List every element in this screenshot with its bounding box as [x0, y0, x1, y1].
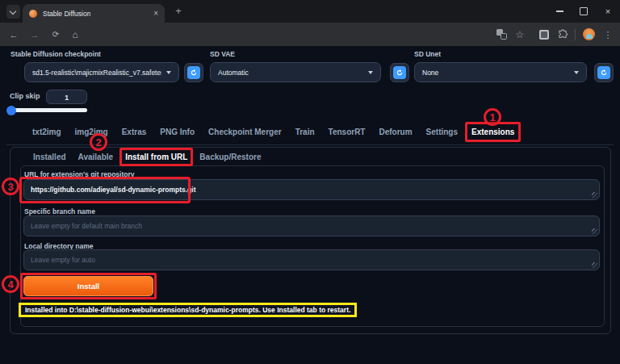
tab-tensorrt[interactable]: TensorRT	[329, 126, 366, 138]
extensions-puzzle-icon[interactable]	[557, 29, 568, 40]
tab-train[interactable]: Train	[295, 126, 315, 138]
maximize-button[interactable]	[572, 0, 596, 23]
tab-extensions-label: Extensions	[471, 128, 514, 136]
install-button[interactable]: Install	[23, 276, 153, 296]
tab-close-icon[interactable]: ×	[153, 10, 158, 18]
checkpoint-label: Stable Diffusion checkpoint	[10, 50, 101, 58]
chevron-down-icon	[574, 71, 579, 74]
refresh-icon	[393, 66, 406, 79]
install-from-url-form: URL for extension's git repository https…	[20, 165, 605, 327]
url-input[interactable]: https://github.com/adieyal/sd-dynamic-pr…	[23, 179, 600, 200]
branch-input-placeholder: Leave empty for default main branch	[31, 222, 142, 230]
extensions-panel: Installed Available Install from URL Bac…	[10, 147, 611, 334]
unet-value: None	[422, 69, 569, 77]
browser-toolbar: ← → ⟳ ⌂ 127.0.0.1:7860 ☆ ⋮	[0, 23, 620, 46]
chevron-down-icon	[166, 71, 171, 74]
tab-png-info[interactable]: PNG Info	[160, 126, 195, 138]
tab-txt2img[interactable]: txt2img	[32, 126, 61, 138]
close-icon: ×	[605, 7, 610, 16]
url-input-value: https://github.com/adieyal/sd-dynamic-pr…	[31, 186, 196, 194]
tab-install-from-url-label: Install from URL	[125, 153, 187, 161]
home-button[interactable]: ⌂	[68, 27, 82, 42]
minimize-button[interactable]	[547, 0, 572, 23]
tab-checkpoint-merger[interactable]: Checkpoint Merger	[208, 126, 282, 138]
checkpoint-value: sd1.5-realistic\majicmixRealistic_v7.saf…	[32, 69, 161, 77]
reload-button[interactable]: ⟳	[48, 27, 63, 42]
unet-refresh-button[interactable]	[594, 63, 614, 82]
resize-handle-icon[interactable]	[592, 262, 597, 268]
branch-field-label: Specific branch name	[24, 207, 95, 215]
webui-page: Stable Diffusion checkpoint sd1.5-realis…	[0, 46, 620, 364]
forward-button[interactable]: →	[27, 27, 42, 42]
new-tab-button[interactable]: +	[171, 4, 186, 19]
pinned-extension-icon[interactable]	[539, 30, 549, 40]
slider-thumb[interactable]	[6, 106, 16, 115]
tab-search-button[interactable]	[6, 5, 20, 19]
install-status-message: Installed into D:\stable-diffusion-webui…	[19, 303, 357, 317]
favicon-icon	[29, 10, 37, 18]
dir-input-placeholder: Leave empty for auto	[31, 256, 95, 264]
vae-refresh-button[interactable]	[390, 63, 409, 82]
checkpoint-refresh-button[interactable]	[184, 63, 203, 82]
maximize-icon	[580, 7, 588, 15]
clip-skip-slider[interactable]	[8, 108, 87, 112]
annotation-step-1: 1	[484, 108, 501, 126]
screenshot-root: Stable Diffusion × + × ← → ⟳ ⌂ 127.0.0.1…	[0, 0, 620, 364]
extensions-sub-tab-bar: Installed Available Install from URL Bac…	[33, 151, 262, 163]
translate-icon[interactable]	[496, 29, 507, 40]
toolbar-divider	[575, 29, 576, 40]
branch-input[interactable]: Leave empty for default main branch	[23, 215, 600, 236]
profile-avatar[interactable]	[583, 28, 595, 40]
annotation-step-2: 2	[90, 133, 107, 151]
tab-settings[interactable]: Settings	[426, 126, 458, 138]
tab-deforum[interactable]: Deforum	[379, 126, 412, 138]
back-button[interactable]: ←	[6, 27, 21, 42]
vae-dropdown[interactable]: Automatic	[210, 62, 381, 82]
bookmark-star-icon[interactable]: ☆	[514, 27, 526, 42]
vae-value: Automatic	[218, 69, 363, 77]
tab-available[interactable]: Available	[78, 151, 114, 163]
browser-tabstrip: Stable Diffusion × + ×	[0, 0, 620, 23]
resize-handle-icon[interactable]	[592, 192, 597, 198]
vae-label: SD VAE	[210, 50, 235, 58]
tab-extensions[interactable]: Extensions	[471, 126, 514, 138]
refresh-icon	[187, 66, 200, 79]
close-button[interactable]: ×	[596, 0, 620, 23]
browser-menu-icon[interactable]: ⋮	[602, 27, 614, 42]
translate-icon-front	[501, 33, 507, 40]
refresh-icon	[597, 66, 610, 79]
unet-dropdown[interactable]: None	[414, 62, 587, 82]
clip-skip-input[interactable]: 1	[46, 90, 87, 104]
dir-input[interactable]: Leave empty for auto	[23, 249, 600, 270]
chevron-down-icon	[10, 8, 16, 15]
clip-skip-label: Clip skip	[10, 92, 40, 100]
chevron-down-icon	[368, 71, 373, 74]
unet-label: SD Unet	[414, 50, 441, 58]
install-button-label: Install	[78, 282, 99, 291]
url-field-label: URL for extension's git repository	[24, 170, 134, 178]
annotation-step-3: 3	[2, 178, 19, 195]
browser-tab[interactable]: Stable Diffusion ×	[23, 4, 165, 23]
tab-backup-restore[interactable]: Backup/Restore	[199, 151, 261, 163]
window-controls: ×	[547, 0, 620, 23]
annotation-step-4: 4	[2, 275, 19, 293]
checkpoint-dropdown[interactable]: sd1.5-realistic\majicmixRealistic_v7.saf…	[24, 62, 179, 82]
tab-install-from-url[interactable]: Install from URL	[125, 151, 187, 163]
tab-extras[interactable]: Extras	[122, 126, 147, 138]
tab-title: Stable Diffusion	[43, 10, 90, 18]
minimize-icon	[556, 10, 563, 11]
tab-installed[interactable]: Installed	[33, 151, 66, 163]
resize-handle-icon[interactable]	[592, 228, 597, 234]
